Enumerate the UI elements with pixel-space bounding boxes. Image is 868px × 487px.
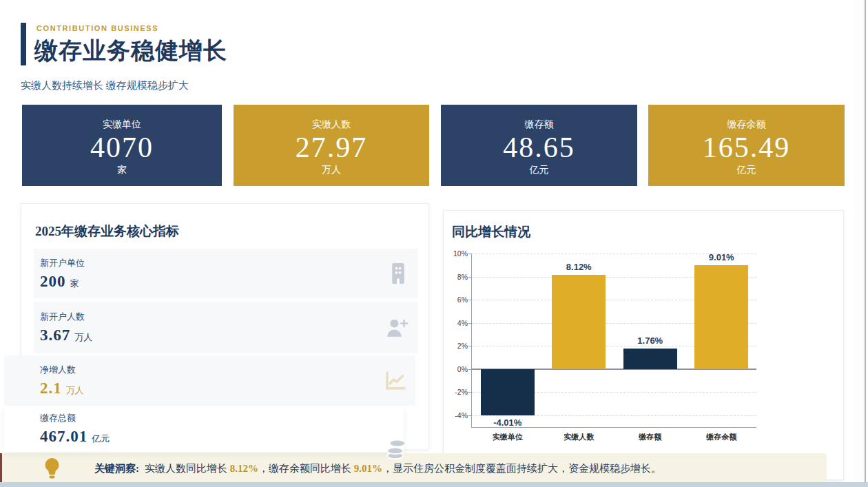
insight-highlight-value: 8.12%	[230, 463, 258, 474]
y-tick-mark	[468, 300, 472, 300]
section-eyebrow: CONTRIBUTION BUSINESS	[37, 24, 158, 32]
stat-card: 实缴单位 4070 家	[22, 105, 222, 186]
y-tick-label: 8%	[440, 273, 468, 281]
x-axis-label: 缴存余额	[686, 432, 758, 442]
indicator-row: 新开户人数 3.67万人	[34, 302, 417, 353]
indicator-valueline: 200家	[40, 273, 417, 291]
y-tick-label: -2%	[440, 388, 468, 396]
y-tick-label: 6%	[440, 296, 468, 304]
indicator-unit: 亿元	[92, 433, 110, 444]
window-bottom-edge	[0, 482, 868, 487]
y-tick-label: 2%	[440, 342, 468, 350]
insight-text-segment: ，显示住房公积金制度覆盖面持续扩大，资金规模稳步增长。	[382, 463, 661, 474]
person-plus-icon	[384, 317, 409, 339]
trend-chart-icon	[384, 371, 406, 391]
y-tick-mark	[468, 323, 472, 324]
indicator-value: 200	[40, 273, 66, 290]
scrollbar-track[interactable]	[853, 0, 865, 482]
stat-card-label: 缴存余额	[727, 118, 766, 131]
stat-card: 实缴人数 27.97 万人	[234, 105, 429, 186]
indicator-value: 2.1	[40, 380, 62, 397]
indicator-list: 新开户单位 200家 新开户人数 3.67万人 净增人数 2.1万人 缴存总额 …	[21, 204, 428, 449]
lightbulb-icon	[43, 457, 61, 479]
yoy-growth-title: 同比增长情况	[452, 223, 530, 241]
indicator-value: 3.67	[40, 327, 70, 344]
x-axis-label: 实缴单位	[472, 432, 544, 442]
stat-card-label: 实缴人数	[312, 118, 351, 131]
dashboard-page: CONTRIBUTION BUSINESS 缴存业务稳健增长 实缴人数持续增长 …	[0, 0, 868, 487]
bar-data-label: -4.01%	[480, 417, 535, 428]
y-tick-label: 10%	[440, 249, 468, 258]
stat-card-value: 165.49	[703, 131, 791, 164]
page-title: 缴存业务稳健增长	[34, 35, 227, 67]
stat-card-unit: 家	[117, 164, 127, 176]
indicator-label: 新开户人数	[40, 311, 417, 323]
insight-highlight-value: 9.01%	[354, 463, 382, 474]
x-axis-label: 缴存额	[614, 432, 686, 442]
y-tick-label: -4%	[440, 411, 468, 419]
stat-card-value: 4070	[90, 131, 154, 164]
stat-card: 缴存额 48.65 亿元	[441, 105, 637, 186]
stat-card-unit: 亿元	[737, 164, 756, 176]
key-insight-label: 关键洞察:	[94, 463, 139, 474]
chart-bar	[481, 369, 535, 415]
x-axis-label: 实缴人数	[544, 432, 615, 442]
window-right-edge	[865, 0, 866, 482]
bar-data-label: 8.12%	[551, 262, 606, 272]
insight-text-segment: 实缴人数同比增长	[145, 463, 230, 474]
indicator-valueline: 2.1万人	[40, 380, 415, 397]
stat-card-value: 27.97	[296, 131, 368, 164]
y-tick-label: 0%	[440, 365, 468, 373]
indicator-row: 缴存总额 467.01亿元	[4, 406, 404, 452]
stat-card-unit: 万人	[322, 164, 341, 176]
chart-bar	[552, 275, 606, 369]
stat-card-label: 实缴单位	[103, 118, 141, 131]
y-tick-label: 4%	[440, 319, 468, 327]
y-tick-mark	[468, 369, 472, 370]
yoy-bar-chart: 10%8%6%4%2%0%-2%-4%-4.01%实缴单位8.12%实缴人数1.…	[471, 253, 756, 428]
indicator-value: 467.01	[40, 428, 87, 445]
indicator-row: 净增人数 2.1万人	[4, 355, 415, 406]
indicator-valueline: 3.67万人	[40, 327, 417, 344]
stat-card-value: 48.65	[503, 131, 575, 164]
y-tick-mark	[468, 277, 472, 278]
insight-text-segment: ，缴存余额同比增长	[258, 463, 354, 474]
yoy-growth-panel: 同比增长情况 10%8%6%4%2%0%-2%-4%-4.01%实缴单位8.12…	[443, 210, 844, 480]
indicator-unit: 家	[70, 278, 79, 289]
indicator-valueline: 467.01亿元	[40, 428, 404, 446]
indicator-row: 新开户单位 200家	[34, 249, 417, 298]
chart-bar	[694, 265, 748, 369]
stat-card-label: 缴存额	[525, 118, 554, 131]
indicator-unit: 万人	[66, 385, 84, 395]
core-indicators-panel: 2025年缴存业务核心指标 新开户单位 200家 新开户人数 3.67万人 净增…	[21, 203, 429, 449]
y-tick-mark	[468, 415, 472, 416]
indicator-label: 净增人数	[40, 364, 415, 376]
key-insight-text: 关键洞察:实缴人数同比增长 8.12%，缴存余额同比增长 9.01%，显示住房公…	[94, 461, 661, 475]
y-tick-mark	[468, 346, 472, 346]
indicator-label: 新开户单位	[40, 257, 417, 269]
stat-card: 缴存余额 165.49 亿元	[648, 105, 845, 186]
coins-icon	[384, 435, 408, 460]
y-tick-mark	[468, 392, 472, 393]
page-subtitle: 实缴人数持续增长 缴存规模稳步扩大	[21, 79, 189, 92]
bar-data-label: 9.01%	[694, 252, 749, 262]
indicator-unit: 万人	[74, 332, 92, 342]
indicator-label: 缴存总额	[40, 412, 404, 424]
chart-bar	[623, 349, 677, 369]
key-insight-bar: 关键洞察:实缴人数同比增长 8.12%，缴存余额同比增长 9.01%，显示住房公…	[0, 453, 827, 482]
y-tick-mark	[468, 253, 472, 254]
bar-data-label: 1.76%	[623, 335, 678, 346]
stat-card-unit: 亿元	[530, 164, 549, 176]
building-icon	[388, 262, 409, 285]
title-accent-bar	[21, 23, 26, 65]
